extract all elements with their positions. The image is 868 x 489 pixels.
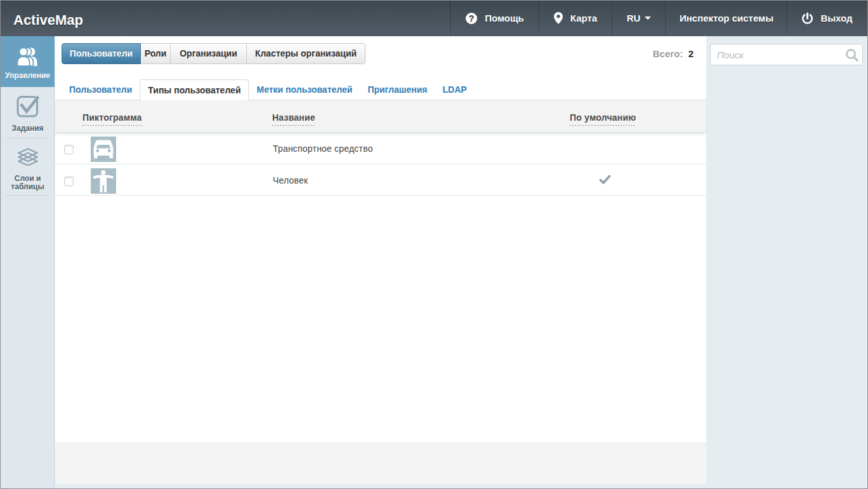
svg-text:?: ?	[469, 13, 475, 23]
